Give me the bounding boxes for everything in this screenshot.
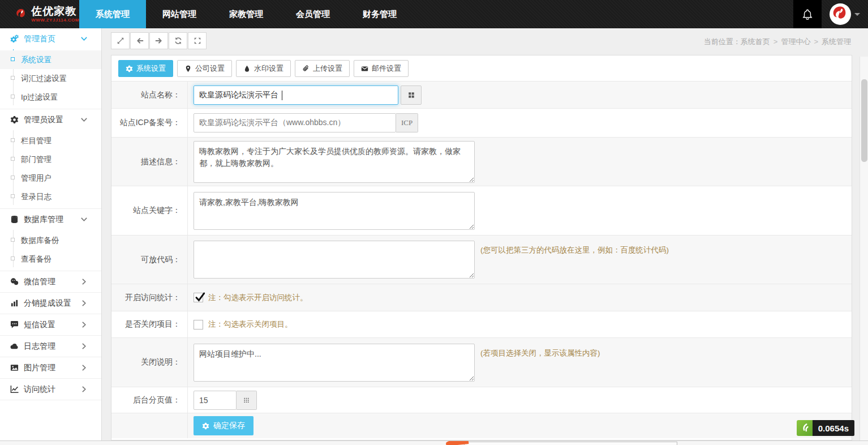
dots-grid-icon — [243, 396, 250, 404]
tab-mail-settings[interactable]: 邮件设置 — [354, 60, 409, 77]
sidebar-item-view-backup[interactable]: 查看备份 — [0, 250, 101, 268]
embed-code-textarea[interactable] — [194, 241, 475, 279]
keywords-textarea[interactable]: 请家教,家教平台,嗨教家教网 — [194, 192, 475, 230]
main-content: 当前位置：系统首页>管理中心>系统管理 系统设置 公司设置 水印设置 上传设置 … — [102, 28, 868, 440]
sidebar-group-visits-header[interactable]: 访问统计 — [0, 379, 101, 400]
vertical-scrollbar[interactable] — [860, 57, 868, 445]
user-menu-caret-icon[interactable] — [854, 13, 860, 16]
sidebar-group-wechat-header[interactable]: 微信管理 — [0, 271, 101, 292]
tab-company-settings[interactable]: 公司设置 — [177, 60, 232, 77]
refresh-button[interactable] — [169, 32, 187, 49]
scrollbar-thumb[interactable] — [861, 79, 867, 162]
main-nav: 系统管理 网站管理 家教管理 会员管理 财务管理 — [79, 0, 413, 28]
thinkphp-badge-button[interactable] — [797, 420, 813, 436]
page-size-input[interactable] — [194, 391, 237, 410]
tab-system-settings[interactable]: 系统设置 — [118, 60, 173, 77]
top-bar: 佐优家教 WWW.ZYJJ114.COM 系统管理 网站管理 家教管理 会员管理… — [0, 0, 868, 28]
fullscreen-button[interactable] — [188, 32, 207, 49]
image-icon — [10, 363, 19, 372]
sidebar-group-label: 分销提成设置 — [24, 298, 71, 309]
nav-item-system[interactable]: 系统管理 — [79, 0, 146, 28]
visit-stats-checkbox[interactable] — [194, 293, 203, 302]
sidebar-group-wechat: 微信管理 — [0, 271, 101, 293]
site-name-input[interactable] — [194, 85, 398, 105]
sidebar-item-ip-filter[interactable]: Ip过滤设置 — [0, 88, 101, 106]
text-cursor — [282, 91, 282, 100]
visit-stats-note: 注：勾选表示开启访问统计。 — [208, 293, 308, 303]
sidebar-item-admin-users[interactable]: 管理用户 — [0, 169, 101, 187]
form-row-embed-code: 可放代码： (您可以把第三方的代码放在这里，例如：百度统计代码) — [111, 236, 852, 284]
sidebar-item-label: 词汇过滤设置 — [21, 74, 67, 84]
tab-upload-settings[interactable]: 上传设置 — [295, 60, 350, 77]
horizontal-scrollbar[interactable] — [0, 440, 868, 445]
save-button[interactable]: 确定保存 — [194, 416, 253, 435]
prev-tab-button[interactable] — [130, 32, 149, 49]
sidebar-item-dept-mgmt[interactable]: 部门管理 — [0, 150, 101, 169]
close-project-checkbox[interactable] — [194, 320, 203, 330]
avatar[interactable] — [830, 3, 851, 25]
sidebar-item-label: 系统设置 — [21, 55, 51, 65]
sidebar-item-column-mgmt[interactable]: 栏目管理 — [0, 131, 101, 150]
sidebar-sublist: 系统设置 词汇过滤设置 Ip过滤设置 — [0, 49, 101, 109]
icp-input[interactable] — [194, 113, 396, 132]
bullet-icon — [11, 176, 15, 179]
tab-watermark-settings[interactable]: 水印设置 — [236, 60, 291, 77]
expand-diagonal-icon — [117, 37, 124, 45]
embed-code-hint: (您可以把第三方的代码放在这里，例如：百度统计代码) — [480, 245, 669, 255]
field-label: 后台分页值： — [111, 387, 188, 413]
close-message-textarea[interactable]: 网站项目维护中... — [194, 344, 475, 382]
chevron-right-icon — [80, 299, 88, 307]
peek-panel — [464, 442, 677, 445]
sidebar-group-log-header[interactable]: 日志管理 — [0, 336, 101, 357]
page-size-addon-button[interactable] — [237, 391, 257, 410]
description-textarea[interactable]: 嗨教家教网，专注于为广大家长及学员提供优质的教师资源。请家教，做家都，就上嗨教家… — [194, 141, 475, 183]
check-icon — [195, 292, 205, 302]
cogs-icon — [10, 35, 19, 43]
field-label: 描述信息： — [111, 138, 188, 186]
field-label: 站点ICP备案号： — [111, 109, 188, 137]
sidebar-item-label: 管理用户 — [21, 173, 51, 183]
nav-item-finance[interactable]: 财务管理 — [346, 0, 413, 28]
field-label: 关闭说明： — [111, 338, 188, 387]
bullet-icon — [11, 138, 15, 142]
tab-label: 水印设置 — [254, 63, 283, 74]
form-row-page-size: 后台分页值： — [111, 387, 852, 413]
site-name-addon-button[interactable] — [401, 85, 422, 105]
nav-item-tutor[interactable]: 家教管理 — [213, 0, 280, 28]
sidebar-item-db-backup[interactable]: 数据库备份 — [0, 231, 101, 250]
brand-text: 佐优家教 WWW.ZYJJ114.COM — [31, 6, 79, 23]
envelope-icon — [361, 65, 368, 72]
next-tab-button[interactable] — [149, 32, 168, 49]
shrink-tabs-button[interactable] — [111, 32, 130, 49]
sidebar-item-system-settings[interactable]: 系统设置 — [0, 50, 101, 69]
sidebar-group-database-header[interactable]: 数据库管理 — [0, 209, 101, 230]
sidebar-group-home-header[interactable]: 管理首页 — [0, 28, 101, 49]
nav-item-member[interactable]: 会员管理 — [280, 0, 346, 28]
sidebar-item-word-filter[interactable]: 词汇过滤设置 — [0, 69, 101, 88]
breadcrumb-center[interactable]: 管理中心 — [781, 37, 810, 46]
notifications-button[interactable] — [793, 0, 822, 28]
nav-item-website[interactable]: 网站管理 — [146, 0, 213, 28]
sidebar-group-database: 数据库管理 数据库备份 查看备份 — [0, 209, 101, 271]
database-icon — [10, 215, 19, 224]
bullet-icon — [11, 95, 15, 99]
sidebar-group-image: 图片管理 — [0, 357, 101, 379]
sidebar-group-label: 图片管理 — [24, 363, 55, 373]
tab-label: 邮件设置 — [372, 63, 401, 74]
sidebar-group-home: 管理首页 系统设置 词汇过滤设置 Ip过滤设置 — [0, 28, 101, 109]
sidebar-group-admin-header[interactable]: 管理员设置 — [0, 109, 101, 130]
sidebar-group-sms-header[interactable]: 短信设置 — [0, 314, 101, 335]
wechat-icon — [10, 277, 19, 286]
brand-logo[interactable]: 佐优家教 WWW.ZYJJ114.COM — [0, 0, 79, 28]
breadcrumb-home[interactable]: 系统首页 — [741, 37, 770, 46]
brand-subtitle: WWW.ZYJJ114.COM — [31, 18, 79, 23]
sidebar-item-login-log[interactable]: 登录日志 — [0, 187, 101, 206]
paperclip-icon — [302, 65, 310, 72]
gear-icon — [10, 115, 19, 124]
sidebar-item-label: 查看备份 — [21, 254, 51, 264]
sidebar-item-label: 登录日志 — [21, 192, 51, 202]
sidebar-group-image-header[interactable]: 图片管理 — [0, 357, 101, 378]
sidebar-group-commission-header[interactable]: 分销提成设置 — [0, 293, 101, 314]
bar-chart-icon — [10, 299, 19, 307]
gear-icon — [126, 65, 133, 72]
